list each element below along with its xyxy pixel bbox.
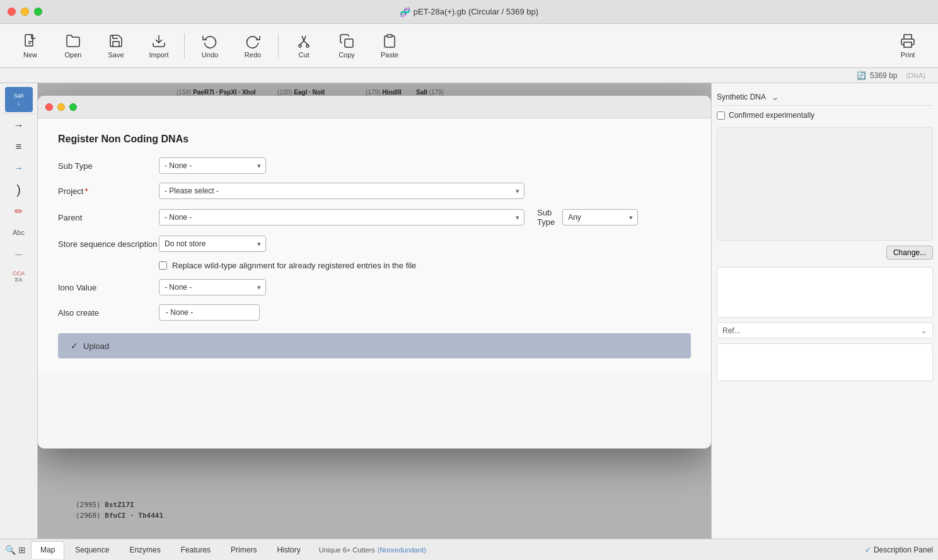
also-create-label: Also create [58, 308, 159, 317]
status-bar: 🔄 5369 bp (DNA) [0, 68, 938, 83]
tab-features[interactable]: Features [171, 541, 220, 559]
sidebar-group-1: SalI ↓ [0, 86, 37, 114]
upload-bar[interactable]: ✓ Upload [58, 333, 691, 358]
svg-line-7 [304, 41, 308, 45]
bottom-tabs: 🔍 ⊞ Map Sequence Enzymes Features Primer… [0, 539, 938, 560]
tab-history[interactable]: History [267, 541, 310, 559]
modal-maximize-btn[interactable] [69, 103, 77, 111]
modal-traffic-lights [45, 103, 77, 111]
synthetic-dna-row: Synthetic DNA ⌄ [717, 88, 933, 106]
sidebar-btn-arrow2[interactable]: → [5, 158, 33, 178]
parent-select-wrapper: - None - [159, 209, 524, 226]
nonredundant-label[interactable]: (Nonredundant) [378, 546, 426, 554]
search-icon[interactable]: 🔍 [5, 545, 16, 555]
store-seq-control: Do not store [159, 236, 638, 252]
project-select-wrapper: - Please select - [159, 183, 524, 199]
redo-button[interactable]: Redo [233, 27, 273, 65]
subtype-select-wrapper: - None - [159, 157, 266, 174]
tab-sequence[interactable]: Sequence [66, 541, 119, 559]
bp-info: 🔄 5369 bp (DNA) [857, 71, 930, 81]
parent-label: Parent [58, 213, 159, 222]
also-create-control: - None - [159, 304, 638, 321]
subtype-select[interactable]: - None - [159, 157, 266, 174]
modal-register-dna: Register Non Coding DNAs Sub Type - None… [38, 96, 711, 449]
undo-icon [202, 33, 217, 49]
replace-wildtype-checkbox[interactable] [159, 261, 167, 270]
right-panel-dropdown[interactable]: Ref... ⌄ [717, 323, 933, 338]
iono-select[interactable]: - None - [159, 279, 266, 295]
sidebar-btn-pencil[interactable]: ✏ [5, 201, 33, 221]
minimize-button[interactable] [21, 8, 29, 16]
sidebar-btn-curve[interactable]: ) [5, 180, 33, 200]
parent-control: - None - Sub Type Any [159, 208, 638, 227]
import-button[interactable]: Import [139, 27, 179, 65]
iono-control: - None - [159, 279, 638, 295]
content-area: (158) PaeR7I · PspXI · XhoI (80) BlpI (1… [38, 83, 711, 539]
tab-right: ✓ Description Panel [865, 546, 933, 554]
close-button[interactable] [8, 8, 16, 16]
synthetic-dna-label: Synthetic DNA [717, 93, 766, 101]
title-bar: 🧬 pET-28a(+).gb (Circular / 5369 bp) [0, 0, 938, 24]
svg-rect-8 [345, 39, 353, 47]
save-button[interactable]: Save [96, 27, 136, 65]
sidebar-btn-lines[interactable]: ≡ [5, 137, 33, 157]
status-bar-right: 🔄 5369 bp (DNA) [857, 71, 930, 81]
iono-label: Iono Value [58, 283, 159, 292]
sidebar-btn-text[interactable]: Abc [5, 222, 33, 243]
sidebar-btn-seq[interactable]: --- [5, 244, 33, 264]
modal-title: Register Non Coding DNAs [58, 134, 691, 145]
modal-minimize-btn[interactable] [57, 103, 65, 111]
cut-icon [296, 33, 311, 49]
paste-icon [382, 33, 397, 49]
window-title: 🧬 pET-28a(+).gb (Circular / 5369 bp) [400, 7, 538, 17]
subtype-label: Sub Type [58, 161, 159, 171]
description-panel-toggle[interactable]: ✓ Description Panel [865, 546, 933, 554]
replace-wildtype-label: Replace wild-type alignment for already … [172, 261, 416, 270]
maximize-button[interactable] [34, 8, 42, 16]
required-star: * [84, 186, 88, 196]
print-button[interactable]: Print [888, 27, 928, 65]
sidebar-btn-arrow[interactable]: → [5, 115, 33, 135]
tab-enzymes[interactable]: Enzymes [120, 541, 170, 559]
confirmed-checkbox[interactable] [717, 111, 725, 120]
iono-wrapper: - None - [159, 279, 266, 295]
print-icon [900, 33, 915, 49]
synthetic-dna-dropdown[interactable]: ⌄ [771, 91, 779, 103]
toolbar-right: Print [888, 27, 928, 65]
open-button[interactable]: Open [53, 27, 93, 65]
title-icon: 🧬 [400, 7, 410, 17]
view-toggle-icon[interactable]: ⊞ [18, 545, 26, 555]
sidebar-btn-sali[interactable]: SalI ↓ [5, 87, 33, 112]
parent-subtype-select[interactable]: Any [562, 209, 638, 226]
modal-close-btn[interactable] [45, 103, 53, 111]
undo-button[interactable]: Undo [190, 27, 230, 65]
tab-primers[interactable]: Primers [221, 541, 266, 559]
change-button[interactable]: Change... [886, 246, 933, 260]
project-select[interactable]: - Please select - [159, 183, 524, 199]
parent-select[interactable]: - None - [159, 209, 524, 226]
form-grid: Sub Type - None - Project [58, 157, 625, 321]
tab-map[interactable]: Map [31, 541, 64, 559]
left-sidebar: SalI ↓ → ≡ → ) ✏ Abc --- CCA ⧖A [0, 83, 38, 539]
modal-title-bar [38, 96, 711, 118]
copy-button[interactable]: Copy [327, 27, 367, 65]
new-icon [23, 33, 38, 49]
project-label: Project * [58, 186, 159, 196]
cut-button[interactable]: Cut [284, 27, 324, 65]
sidebar-btn-cca[interactable]: CCA ⧖A [5, 265, 33, 288]
store-seq-wrapper: Do not store [159, 236, 266, 252]
confirmed-row: Confirmed experimentally [717, 111, 933, 120]
project-control: - Please select - [159, 183, 638, 199]
new-button[interactable]: New [10, 27, 50, 65]
description-area [717, 267, 933, 317]
toolbar: New Open Save Import Undo [0, 24, 938, 68]
parent-subtype-label: Sub Type [537, 208, 555, 227]
paste-button[interactable]: Paste [369, 27, 410, 65]
change-btn-row: Change... [717, 246, 933, 260]
traffic-lights [8, 8, 42, 16]
store-seq-select[interactable]: Do not store [159, 236, 266, 252]
subtype-control: - None - [159, 157, 638, 174]
main-area: SalI ↓ → ≡ → ) ✏ Abc --- CCA ⧖A (158) Pa… [0, 83, 938, 539]
also-create-display: - None - [159, 304, 260, 321]
save-icon [108, 33, 124, 49]
